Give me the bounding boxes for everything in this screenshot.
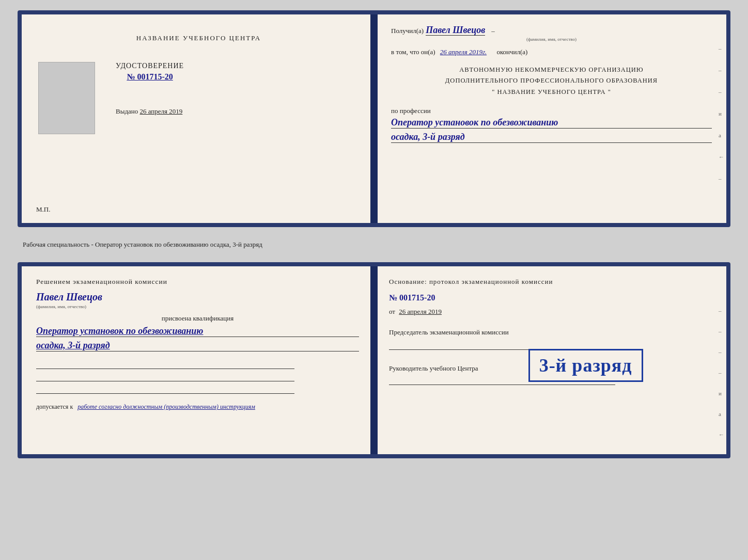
bottom-document-card: Решением экзаменационной комиссии Павел …	[18, 262, 730, 458]
org-line1: АВТОНОМНУЮ НЕКОММЕРЧЕСКУЮ ОРГАНИЗАЦИЮ	[391, 65, 712, 75]
kvalif-name: Оператор установок по обезвоживанию	[36, 326, 359, 337]
okonchil: окончил(а)	[496, 48, 527, 56]
page-container: НАЗВАНИЕ УЧЕБНОГО ЦЕНТРА УДОСТОВЕРЕНИЕ №…	[18, 10, 730, 458]
fio-subtitle-top: (фамилия, имя, отчество)	[391, 37, 712, 42]
vtom-line: в том, что он(а) 26 апреля 2019г. окончи…	[391, 48, 712, 56]
received-prefix: Получил(а)	[391, 27, 424, 35]
predsedatel-sig-line	[389, 341, 615, 350]
dash1: –	[491, 27, 495, 35]
po-professii: по профессии	[391, 107, 712, 115]
vtom-prefix: в том, что он(а)	[391, 48, 435, 56]
sig-line-1	[36, 360, 294, 369]
dopusk-prefix: допускается к	[36, 403, 73, 410]
received-name: Павел Швецов	[426, 25, 485, 36]
sig-line-3	[36, 385, 294, 394]
dopuskaetsya-block: допускается к работе согласно должностны…	[36, 403, 359, 411]
mp-label: М.П.	[36, 205, 50, 214]
issued-date: 26 апреля 2019	[140, 107, 183, 115]
subtitle-text: Рабочая специальность - Оператор установ…	[18, 241, 730, 249]
stamp: 3-й разряд	[528, 349, 643, 382]
top-document-card: НАЗВАНИЕ УЧЕБНОГО ЦЕНТРА УДОСТОВЕРЕНИЕ №…	[18, 10, 730, 227]
dopusk-value: работе согласно должностным (производств…	[77, 403, 255, 410]
org-line3: " НАЗВАНИЕ УЧЕБНОГО ЦЕНТРА "	[391, 87, 712, 98]
received-row: Получил(а) Павел Швецов – (фамилия, имя,…	[391, 25, 712, 42]
kvalif-razryad: осадка, 3-й разряд	[36, 340, 359, 351]
osnov-number: № 001715-20	[389, 293, 712, 302]
profession-name: Оператор установок по обезвоживанию	[391, 117, 712, 129]
side-marks-top: – – – и а ← –	[719, 45, 724, 182]
cert-number: № 001715-20	[116, 72, 184, 82]
razryad-line: осадка, 3-й разряд	[391, 132, 712, 143]
sig-line-2	[36, 372, 294, 381]
fio-sub-bottom: (фамилия, имя, отчество)	[36, 304, 359, 309]
org-block: АВТОНОМНУЮ НЕКОММЕРЧЕСКУЮ ОРГАНИЗАЦИЮ ДО…	[391, 65, 712, 98]
bottom-right-panel: Основание: протокол экзаменационной коми…	[375, 266, 726, 454]
osnov-label: Основание: протокол экзаменационной коми…	[389, 278, 712, 286]
signature-lines	[36, 360, 359, 394]
top-left-panel: НАЗВАНИЕ УЧЕБНОГО ЦЕНТРА УДОСТОВЕРЕНИЕ №…	[22, 14, 377, 223]
issued-label: Выдано	[116, 107, 138, 115]
stamp-text: 3-й разряд	[539, 355, 632, 376]
rukovoditel-label: Руководитель учебного Центра	[389, 364, 478, 372]
ot-date: 26 апреля 2019	[399, 308, 442, 315]
vtom-date: 26 апреля 2019г.	[440, 48, 487, 56]
learning-center-title: НАЗВАНИЕ УЧЕБНОГО ЦЕНТРА	[38, 34, 359, 42]
cert-label: УДОСТОВЕРЕНИЕ	[116, 62, 184, 70]
bottom-doc-spine	[370, 266, 378, 454]
bottom-name: Павел Швецов	[36, 291, 102, 302]
resheniyem-line: Решением экзаменационной комиссии	[36, 278, 359, 286]
org-line2: ДОПОЛНИТЕЛЬНОГО ПРОФЕССИОНАЛЬНОГО ОБРАЗО…	[391, 75, 712, 86]
cert-issued-block: Выдано 26 апреля 2019	[116, 107, 184, 116]
cert-info-block: УДОСТОВЕРЕНИЕ № 001715-20 Выдано 26 апре…	[116, 62, 184, 134]
bottom-left-panel: Решением экзаменационной комиссии Павел …	[22, 266, 375, 454]
side-marks-bottom: – – – – и а ← –	[719, 308, 724, 458]
top-right-panel: Получил(а) Павел Швецов – (фамилия, имя,…	[377, 14, 726, 223]
predsedatel-block: Председатель экзаменационной комиссии	[389, 327, 712, 350]
ot-prefix: от	[389, 308, 395, 315]
doc-spine	[370, 14, 378, 223]
prisvoyena: присвоена квалификация	[36, 314, 359, 323]
predsedatel-label: Председатель экзаменационной комиссии	[389, 328, 509, 336]
bottom-name-block: Павел Швецов (фамилия, имя, отчество)	[36, 291, 359, 309]
cert-photo	[38, 62, 95, 134]
ot-line: от 26 апреля 2019	[389, 308, 712, 316]
